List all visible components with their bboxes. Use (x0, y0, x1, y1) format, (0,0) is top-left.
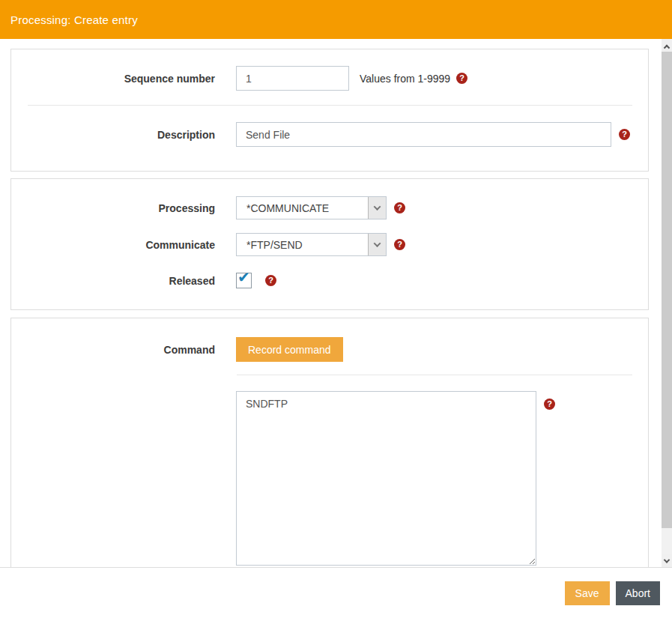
processing-label: Processing (159, 202, 215, 214)
record-command-button[interactable]: Record command (236, 337, 343, 362)
communicate-row: Communicate *FTP/SEND ? (11, 233, 648, 256)
row-divider (237, 375, 632, 375)
command-text-row: SNDFTP ? (11, 391, 648, 566)
row-divider (28, 105, 632, 106)
sequence-number-input[interactable] (236, 66, 349, 91)
chevron-down-icon[interactable] (368, 234, 386, 255)
abort-button[interactable]: Abort (616, 581, 660, 605)
command-textarea[interactable]: SNDFTP (236, 391, 536, 566)
help-icon[interactable]: ? (394, 202, 405, 213)
scrollbar-thumb[interactable] (662, 52, 672, 528)
command-label: Command (164, 344, 215, 356)
vertical-scrollbar[interactable] (662, 39, 672, 567)
processing-selected-value: *COMMUNICATE (237, 197, 368, 219)
scroll-down-button[interactable] (662, 554, 672, 567)
command-row: Command Record command (11, 337, 648, 362)
dialog-header: Processing: Create entry (0, 0, 672, 39)
dialog-footer: Save Abort (0, 567, 672, 618)
communicate-select[interactable]: *FTP/SEND (236, 233, 387, 256)
description-row: Description ? (11, 122, 648, 147)
scroll-up-button[interactable] (662, 39, 672, 52)
dialog-title: Processing: Create entry (10, 13, 138, 26)
chevron-up-icon (664, 44, 670, 50)
sequence-number-label: Sequence number (124, 73, 215, 85)
processing-select[interactable]: *COMMUNICATE (236, 196, 387, 219)
communicate-selected-value: *FTP/SEND (237, 234, 368, 255)
section-processing: Processing *COMMUNICATE ? Communicate *F… (10, 178, 649, 310)
description-input[interactable] (236, 122, 611, 147)
section-general: Sequence number Values from 1-9999 ? Des… (10, 49, 649, 172)
sequence-number-row: Sequence number Values from 1-9999 ? (11, 66, 648, 91)
chevron-down-icon[interactable] (368, 197, 386, 219)
help-icon[interactable]: ? (544, 399, 555, 410)
description-label: Description (157, 129, 215, 141)
communicate-label: Communicate (145, 239, 215, 251)
released-row: Released ✔ ? (11, 273, 648, 288)
checkmark-icon: ✔ (237, 268, 250, 286)
processing-row: Processing *COMMUNICATE ? (11, 196, 648, 219)
section-command: Command Record command SNDFTP ? (10, 318, 649, 567)
help-icon[interactable]: ? (394, 239, 405, 250)
help-icon[interactable]: ? (456, 73, 467, 84)
released-label: Released (169, 275, 215, 287)
save-button[interactable]: Save (565, 581, 610, 605)
chevron-down-icon (664, 557, 670, 563)
help-icon[interactable]: ? (619, 129, 630, 140)
released-checkbox[interactable]: ✔ (236, 273, 252, 288)
dialog-body: Sequence number Values from 1-9999 ? Des… (0, 39, 672, 567)
sequence-number-hint: Values from 1-9999 (360, 73, 450, 85)
help-icon[interactable]: ? (265, 275, 276, 286)
